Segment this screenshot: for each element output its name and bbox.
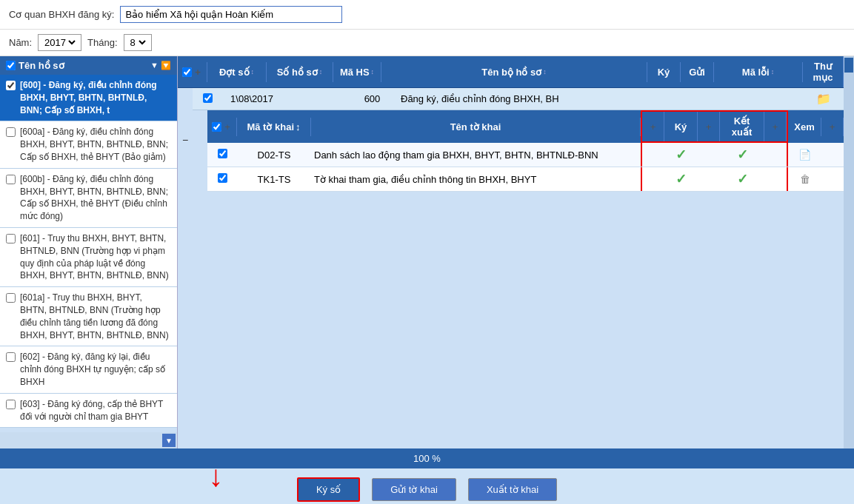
item-checkbox[interactable] [6, 127, 16, 137]
list-item[interactable]: [601a] - Truy thu BHXH, BHYT, BHTN, BHTN… [0, 287, 177, 346]
thang-select-box[interactable]: 8 [124, 34, 152, 51]
so-ho-so-label: Số hồ sơ [277, 67, 318, 78]
sub-row1-pad4 [821, 151, 844, 158]
main-content: Tên hồ sơ ▼ 🔽 [600] - Đăng ký, điều chỉn… [0, 56, 854, 448]
xuat-to-khai-button[interactable]: Xuất tờ khai [468, 478, 557, 501]
co-quan-label: Cơ quan BHXH đăng ký: [9, 9, 114, 20]
list-item[interactable]: [600b] - Đăng ký, điều chỉnh đóng BHXH, … [0, 169, 177, 228]
ten-to-khai-value: Tờ khai tham gia, điều chỉnh thông tin B… [314, 174, 536, 185]
item-checkbox[interactable] [6, 400, 16, 409]
left-panel-title: Tên hồ sơ [19, 60, 64, 71]
table-row: D02-TS Danh sách lao động tham gia BHXH,… [207, 143, 844, 167]
item-checkbox[interactable] [6, 234, 16, 243]
sub-ma-label: Mã tờ khai [247, 121, 294, 132]
item-checkbox[interactable] [6, 293, 16, 303]
sub-row-checkbox[interactable] [218, 173, 227, 183]
sub-row1-xem: 📄 [788, 145, 821, 164]
sub-col-ma-header: Mã tờ khai ↕ [237, 118, 311, 136]
ten-to-khai-value: Danh sách lao động tham gia BHXH, BHYT, … [314, 149, 598, 161]
thang-label: Tháng: [87, 37, 117, 48]
list-item[interactable]: [602] - Đăng ký, đăng ký lại, điều chỉnh… [0, 346, 177, 393]
sub-add5-btn[interactable]: + [828, 121, 837, 132]
sort-icon[interactable]: ↕ [251, 68, 255, 75]
sub-row2-red-area: ✓ ✓ [641, 167, 788, 191]
ky-so-button[interactable]: Ký số [297, 477, 360, 502]
sub-row1-ten: Danh sách lao động tham gia BHXH, BHYT, … [311, 146, 641, 164]
co-quan-input[interactable] [120, 6, 342, 23]
sub-row1-ket-xuat: ✓ [720, 143, 764, 167]
left-panel-master-checkbox[interactable] [6, 61, 16, 70]
thu-muc-label: Thư mục [806, 61, 840, 83]
sort-icon[interactable]: ↕ [771, 68, 775, 75]
sub-add-btn-header[interactable]: + [223, 121, 232, 132]
scrollbar-thumb [844, 58, 853, 73]
sub-row2-pad1 [642, 167, 664, 191]
item-text: [600b] - Đăng ký, điều chỉnh đóng BHXH, … [20, 173, 171, 223]
filter-icon[interactable]: ▼ 🔽 [150, 61, 171, 70]
list-item[interactable]: [601] - Truy thu BHXH, BHYT, BHTN, BHTNL… [0, 228, 177, 287]
sub-ket-xuat-label: Kết xuất [723, 115, 761, 138]
ten-bo-label: Tên bộ hồ sơ [481, 67, 541, 78]
sort-icon[interactable]: ↕ [371, 68, 375, 75]
sort-icon[interactable]: ↕ [296, 121, 301, 132]
list-item[interactable]: [600] - Đăng ký, điều chỉnh đóng BHXH, B… [0, 75, 177, 121]
year-month-bar: Năm: 2017 Tháng: 8 [0, 30, 854, 56]
row-ky-cell [647, 95, 681, 103]
sub-master-checkbox[interactable] [212, 122, 221, 132]
dot-so-value: 1\08\2017 [230, 93, 273, 104]
progress-label: 100 % [413, 453, 441, 464]
sub-row-checkbox[interactable] [218, 149, 227, 158]
gui-to-khai-button[interactable]: Gửi tờ khai [372, 478, 456, 501]
right-scrollbar[interactable] [844, 56, 854, 448]
row-thu-muc-cell: 📁 [803, 88, 844, 110]
item-text: [600a] - Đăng ký, điều chỉnh đóng BHXH, … [20, 126, 171, 163]
sub-add4-header: + [764, 112, 787, 141]
row-gui-cell [681, 95, 714, 103]
left-panel-header: Tên hồ sơ ▼ 🔽 [0, 56, 177, 75]
item-checkbox[interactable] [6, 81, 16, 90]
nam-select[interactable]: 2017 [41, 36, 78, 49]
item-checkbox[interactable] [6, 175, 16, 184]
item-text: [603] - Đăng ký đóng, cấp thẻ BHYT đối v… [20, 398, 171, 423]
sub-col-xem-header: Xem [788, 118, 821, 136]
plus-icon-header[interactable]: + [193, 67, 202, 78]
sub-add2-btn[interactable]: + [649, 121, 658, 132]
sub-xem-label: Xem [794, 121, 814, 132]
col-ky-header: Ký [647, 62, 681, 82]
ky-check-icon: ✓ [675, 172, 687, 187]
nam-select-box[interactable]: 2017 [38, 34, 81, 51]
sub-row2-ket-xuat: ✓ [720, 167, 764, 191]
ten-bo-value: Đăng ký, điều chỉnh đóng BHXH, BH [401, 93, 559, 104]
main-table-row-container: − 1\08\2017 600 Đăng ký, điều chỉnh đóng… [178, 88, 844, 192]
sub-row1-ma: D02-TS [237, 146, 311, 164]
row-checkbox[interactable] [203, 93, 213, 103]
sort-icon[interactable]: ↕ [319, 68, 323, 75]
scroll-down-btn[interactable]: ▼ [162, 434, 176, 447]
list-item[interactable]: [603] - Đăng ký đóng, cấp thẻ BHYT đối v… [0, 394, 177, 429]
sub-add3-btn[interactable]: + [704, 121, 713, 132]
ky-label: Ký [658, 67, 670, 78]
item-checkbox[interactable] [6, 352, 16, 362]
table-row: TK1-TS Tờ khai tham gia, điều chỉnh thôn… [207, 167, 844, 192]
delete-icon[interactable]: 🗑 [800, 173, 810, 185]
col-gui-header: Gửi [681, 62, 714, 82]
thang-select[interactable]: 8 [127, 36, 148, 49]
main-table-master-checkbox[interactable] [182, 67, 192, 77]
bottom-buttons: ↓ Ký số Gửi tờ khai Xuất tờ khai [0, 468, 854, 504]
sub-add2-header: + [642, 112, 664, 141]
row-ma-loi-cell [714, 95, 803, 103]
col-thu-muc-header: Thư mục [803, 56, 844, 87]
sub-table-header: + Mã tờ khai ↕ Tên tờ khai + [207, 110, 844, 143]
item-text: [601a] - Truy thu BHXH, BHYT, BHTN, BHTN… [20, 292, 171, 341]
folder-icon[interactable]: 📁 [816, 93, 831, 105]
expand-toggle[interactable]: − [178, 88, 193, 192]
sub-row2-pad3 [764, 167, 787, 191]
list-item[interactable]: [600a] - Đăng ký, điều chỉnh đóng BHXH, … [0, 121, 177, 168]
ma-to-khai-value: D02-TS [258, 149, 291, 161]
sub-add4-btn[interactable]: + [771, 121, 780, 132]
view-doc-icon[interactable]: 📄 [798, 149, 811, 161]
col-ma-loi-header: Mã lỗi ↕ [714, 62, 803, 82]
sub-row1-ky: ✓ [664, 143, 698, 167]
sort-icon[interactable]: ↕ [543, 68, 547, 75]
row-check-cell [193, 90, 222, 109]
